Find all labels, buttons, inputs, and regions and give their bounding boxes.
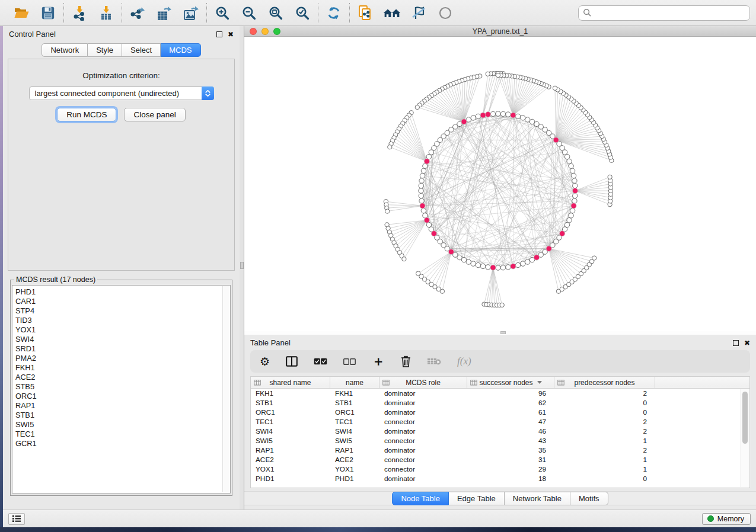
mcds-result-item[interactable]: FKH1 bbox=[15, 363, 230, 373]
mcds-hub-node[interactable] bbox=[480, 113, 486, 118]
network-from-selection-button[interactable] bbox=[356, 4, 374, 22]
traffic-light-close[interactable] bbox=[250, 28, 257, 35]
table-scrollbar[interactable] bbox=[741, 389, 749, 487]
satellite-node[interactable] bbox=[496, 73, 500, 77]
mcds-hub-node[interactable] bbox=[560, 231, 565, 236]
refresh-layout-button[interactable] bbox=[325, 4, 343, 22]
close-panel-icon[interactable]: ✖ bbox=[744, 340, 750, 346]
select-all-button[interactable] bbox=[314, 358, 327, 365]
network-node[interactable] bbox=[515, 262, 520, 267]
satellite-node[interactable] bbox=[553, 86, 557, 90]
mcds-hub-node[interactable] bbox=[534, 255, 539, 260]
network-node[interactable] bbox=[480, 264, 485, 268]
mcds-hub-node[interactable] bbox=[571, 203, 576, 209]
mcds-result-item[interactable]: STB1 bbox=[15, 411, 230, 420]
table-row[interactable]: RAP1RAP1dominator352 bbox=[251, 446, 749, 455]
search-input[interactable] bbox=[595, 8, 745, 17]
mcds-hub-node[interactable] bbox=[553, 137, 559, 143]
network-node[interactable] bbox=[529, 119, 534, 124]
splitter-grip[interactable] bbox=[240, 262, 244, 269]
mcds-hub-node[interactable] bbox=[572, 188, 578, 193]
network-node[interactable] bbox=[573, 193, 578, 198]
network-node[interactable] bbox=[567, 218, 572, 223]
splitter-grip[interactable] bbox=[500, 331, 506, 334]
network-node[interactable] bbox=[419, 198, 424, 203]
network-node[interactable] bbox=[573, 183, 578, 188]
network-node[interactable] bbox=[496, 265, 500, 270]
zoom-fit-button[interactable] bbox=[267, 4, 285, 22]
task-history-button[interactable] bbox=[8, 513, 25, 525]
column-header-name[interactable]: name bbox=[330, 377, 379, 388]
mcds-result-item[interactable]: YOX1 bbox=[15, 325, 230, 335]
mcds-result-item[interactable]: SWI5 bbox=[15, 420, 230, 430]
close-panel-button[interactable]: Close panel bbox=[124, 108, 185, 121]
table-row[interactable]: SWI5SWI5connector431 bbox=[251, 436, 749, 446]
satellite-node[interactable] bbox=[415, 105, 419, 109]
toggle-graphics-details-button[interactable] bbox=[410, 4, 428, 22]
traffic-light-maximize[interactable] bbox=[273, 28, 280, 35]
export-image-button[interactable] bbox=[182, 4, 200, 22]
mcds-result-item[interactable]: GCR1 bbox=[15, 439, 230, 448]
mcds-hub-node[interactable] bbox=[490, 265, 496, 270]
column-header-predecessor-nodes[interactable]: predecessor nodes bbox=[554, 377, 655, 388]
mcds-result-item[interactable]: TID3 bbox=[15, 316, 230, 325]
mcds-result-item[interactable]: ORC1 bbox=[15, 392, 230, 401]
network-node[interactable] bbox=[419, 178, 424, 183]
network-node[interactable] bbox=[572, 198, 577, 203]
network-window-titlebar[interactable]: YPA_prune.txt_1 bbox=[244, 26, 756, 37]
zoom-selected-button[interactable] bbox=[294, 4, 311, 22]
add-column-button[interactable]: ＋ bbox=[372, 355, 385, 367]
network-node[interactable] bbox=[567, 159, 572, 164]
network-node[interactable] bbox=[521, 261, 525, 266]
satellite-node[interactable] bbox=[385, 209, 390, 213]
network-node[interactable] bbox=[490, 111, 495, 116]
column-header-shared-name[interactable]: shared name bbox=[251, 377, 330, 388]
run-mcds-button[interactable]: Run MCDS bbox=[57, 108, 116, 121]
mcds-hub-node[interactable] bbox=[511, 264, 516, 269]
column-header-MCDS-role[interactable]: MCDS role bbox=[379, 377, 467, 388]
tab-mcds[interactable]: MCDS bbox=[161, 43, 200, 57]
mcds-hub-node[interactable] bbox=[461, 119, 467, 124]
save-session-button[interactable] bbox=[39, 4, 57, 22]
mcds-hub-node[interactable] bbox=[424, 217, 429, 223]
export-network-button[interactable] bbox=[129, 4, 146, 22]
open-home-pages-button[interactable] bbox=[383, 4, 401, 22]
table-tab-network-table[interactable]: Network Table bbox=[505, 492, 570, 505]
show-hide-details-button[interactable] bbox=[436, 4, 454, 22]
mcds-result-item[interactable]: SRD1 bbox=[15, 344, 230, 354]
mcds-result-item[interactable]: TEC1 bbox=[15, 430, 230, 439]
mcds-hub-node[interactable] bbox=[485, 112, 490, 117]
mcds-list-scrollbar[interactable] bbox=[222, 286, 229, 492]
network-node[interactable] bbox=[476, 114, 480, 118]
search-box[interactable] bbox=[578, 5, 750, 21]
column-header-successor-nodes[interactable]: successor nodes bbox=[467, 377, 554, 388]
network-node[interactable] bbox=[421, 168, 426, 173]
network-node[interactable] bbox=[471, 116, 476, 120]
satellite-node[interactable] bbox=[608, 175, 612, 179]
table-tab-edge-table[interactable]: Edge Table bbox=[449, 492, 505, 505]
mcds-hub-node[interactable] bbox=[431, 231, 436, 236]
table-row[interactable]: YOX1YOX1connector291 bbox=[251, 464, 749, 474]
mcds-hub-node[interactable] bbox=[546, 246, 551, 251]
satellite-node[interactable] bbox=[592, 256, 596, 260]
open-session-button[interactable] bbox=[12, 4, 30, 22]
network-node[interactable] bbox=[421, 208, 426, 213]
network-node[interactable] bbox=[476, 262, 480, 267]
show-columns-button[interactable] bbox=[286, 356, 298, 367]
mcds-hub-node[interactable] bbox=[420, 203, 425, 209]
mcds-result-item[interactable]: CAR1 bbox=[15, 297, 230, 306]
network-node[interactable] bbox=[500, 265, 505, 270]
network-node[interactable] bbox=[572, 178, 577, 183]
network-node[interactable] bbox=[500, 111, 505, 116]
mcds-hub-node[interactable] bbox=[424, 159, 429, 164]
network-node[interactable] bbox=[466, 259, 471, 264]
import-network-button[interactable] bbox=[71, 4, 88, 22]
network-node[interactable] bbox=[569, 164, 573, 168]
table-row[interactable]: ACE2ACE2connector311 bbox=[251, 455, 749, 464]
satellite-node[interactable] bbox=[402, 257, 406, 261]
mcds-result-item[interactable]: STP4 bbox=[15, 306, 230, 316]
network-node[interactable] bbox=[569, 213, 573, 218]
import-table-button[interactable] bbox=[97, 4, 115, 22]
table-row[interactable]: FKH1FKH1dominator962 bbox=[251, 389, 749, 398]
memory-button[interactable]: Memory bbox=[702, 513, 751, 525]
